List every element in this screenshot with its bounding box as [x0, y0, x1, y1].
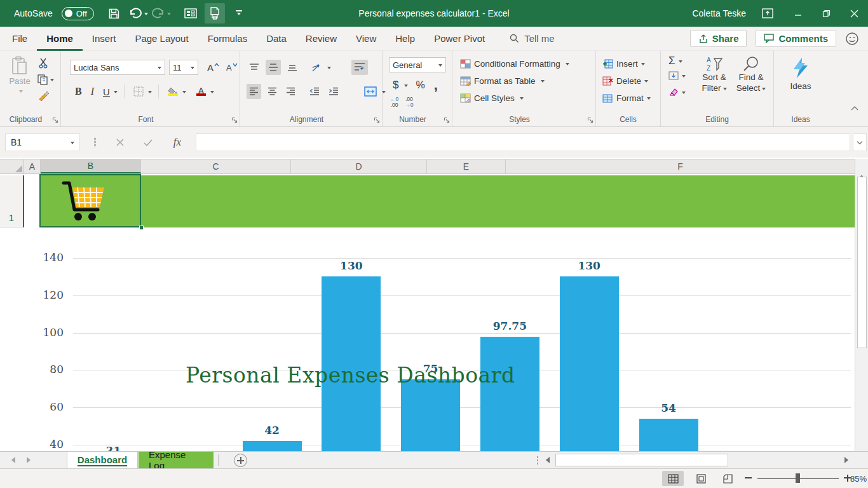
chart-bar[interactable]	[401, 379, 460, 451]
restore-button[interactable]	[812, 0, 840, 27]
tab-review[interactable]: Review	[296, 27, 346, 51]
feedback-smiley-icon[interactable]	[845, 32, 859, 46]
undo-button[interactable]	[128, 3, 149, 24]
top-align-button[interactable]	[247, 60, 262, 75]
page-break-preview-button[interactable]	[717, 471, 738, 486]
sheet-tab-dashboard[interactable]: Dashboard	[67, 452, 138, 468]
tab-home[interactable]: Home	[37, 27, 83, 51]
autosave-toggle[interactable]: Off	[62, 7, 94, 20]
vscroll-thumb[interactable]	[857, 177, 867, 348]
bottom-align-button[interactable]	[285, 60, 300, 75]
zoom-slider-thumb[interactable]	[796, 473, 800, 483]
underline-caret[interactable]	[114, 91, 118, 95]
formula-input[interactable]	[196, 133, 850, 151]
percent-style-button[interactable]: %	[413, 78, 427, 93]
autosum-caret[interactable]	[679, 60, 682, 65]
dashboard-banner[interactable]: Personal Expenses Dashboard	[41, 175, 855, 227]
tab-data[interactable]: Data	[257, 27, 296, 51]
align-right-button[interactable]	[283, 84, 298, 99]
new-sheet-button[interactable]	[234, 454, 247, 467]
clipboard-dialog-launcher[interactable]	[52, 117, 58, 123]
accounting-format-caret[interactable]	[404, 85, 408, 89]
user-name[interactable]: Coletta Teske	[687, 0, 751, 27]
chart-bar[interactable]	[480, 337, 539, 451]
close-button[interactable]	[840, 0, 868, 27]
accounting-format-button[interactable]: $	[390, 78, 401, 93]
center-button[interactable]	[265, 84, 280, 99]
number-format-select[interactable]: General	[389, 57, 446, 72]
comments-button[interactable]: Comments	[756, 30, 836, 47]
column-header-e[interactable]: E	[427, 159, 506, 173]
column-header-d[interactable]: D	[291, 159, 427, 173]
hscroll-thumb[interactable]	[555, 454, 728, 466]
column-header-f[interactable]: F	[506, 159, 855, 173]
ideas-button[interactable]: Ideas	[774, 57, 827, 91]
share-button[interactable]: Share	[690, 30, 747, 47]
copy-button[interactable]	[37, 74, 54, 85]
zoom-out-button[interactable]	[745, 477, 752, 478]
column-header-c[interactable]: C	[141, 159, 291, 173]
tab-help[interactable]: Help	[386, 27, 424, 51]
cancel-entry-button[interactable]	[109, 135, 131, 150]
tell-me-box[interactable]: Tell me	[510, 33, 555, 44]
collapse-ribbon-button[interactable]	[850, 105, 859, 111]
decrease-decimal-button[interactable]: .00 →0	[405, 97, 413, 109]
font-dialog-launcher[interactable]	[231, 117, 238, 123]
align-left-button[interactable]	[247, 84, 261, 99]
chart-bar[interactable]	[243, 441, 302, 451]
tab-view[interactable]: View	[346, 27, 386, 51]
tab-scroll-splitter[interactable]	[536, 456, 539, 465]
chart-bar[interactable]	[560, 276, 619, 451]
save-icon[interactable]	[104, 3, 125, 24]
row-header-1[interactable]: 1	[0, 175, 24, 227]
select-all-button[interactable]	[0, 159, 24, 173]
font-name-select[interactable]: Lucida Sans	[70, 60, 165, 75]
styles-dialog-launcher[interactable]	[587, 117, 593, 123]
customize-qat-button[interactable]	[229, 3, 249, 24]
expand-formula-bar-button[interactable]	[853, 133, 867, 151]
autosum-button[interactable]: Σ	[668, 55, 675, 67]
undo-caret[interactable]	[144, 13, 148, 17]
form-properties-icon[interactable]	[180, 3, 201, 24]
insert-function-button[interactable]: fx	[166, 135, 188, 150]
cut-button[interactable]	[38, 57, 50, 69]
borders-caret[interactable]	[148, 91, 152, 95]
font-size-select[interactable]: 11	[169, 60, 198, 75]
underline-button[interactable]: U	[100, 84, 112, 99]
format-as-table-button[interactable]: Format as Table	[460, 73, 545, 88]
cell-styles-button[interactable]: Cell Styles	[460, 90, 524, 105]
fill-button[interactable]	[668, 71, 679, 80]
vscroll-up-arrow[interactable]	[858, 164, 865, 175]
shrink-font-button[interactable]: A	[224, 60, 240, 75]
comma-style-button[interactable]: ,	[431, 78, 440, 93]
column-header-a[interactable]: A	[24, 159, 41, 173]
increase-decimal-button[interactable]: ←0 .00	[390, 97, 398, 109]
chart-bar[interactable]	[639, 419, 698, 451]
fill-handle[interactable]	[139, 226, 144, 230]
tab-insert[interactable]: Insert	[83, 27, 126, 51]
normal-view-button[interactable]	[662, 471, 684, 486]
italic-button[interactable]: I	[88, 84, 97, 99]
sheet-nav-left-icon[interactable]	[11, 457, 15, 463]
clear-caret[interactable]	[682, 92, 686, 96]
print-preview-icon[interactable]	[205, 3, 225, 24]
conditional-formatting-button[interactable]: Conditional Formatting	[460, 56, 569, 71]
insert-cells-button[interactable]: Insert	[602, 56, 645, 71]
orientation-caret[interactable]	[327, 67, 331, 71]
format-painter-button[interactable]	[38, 90, 50, 102]
clear-button[interactable]	[668, 88, 679, 97]
sheet-nav-right-icon[interactable]	[27, 457, 31, 463]
hscroll-right-arrow[interactable]	[840, 454, 853, 466]
number-dialog-launcher[interactable]	[444, 117, 450, 123]
fill-color-button[interactable]	[165, 84, 180, 99]
orientation-button[interactable]	[309, 60, 325, 75]
alignment-dialog-launcher[interactable]	[374, 117, 380, 123]
column-header-b[interactable]: B	[41, 159, 141, 173]
page-layout-view-button[interactable]	[690, 471, 712, 486]
tab-formulas[interactable]: Formulas	[198, 27, 257, 51]
minimize-button[interactable]	[784, 0, 812, 27]
font-color-caret[interactable]	[210, 91, 214, 95]
formula-bar-grip[interactable]	[94, 137, 96, 147]
enter-entry-button[interactable]	[137, 135, 159, 150]
tab-file[interactable]: File	[3, 27, 37, 51]
